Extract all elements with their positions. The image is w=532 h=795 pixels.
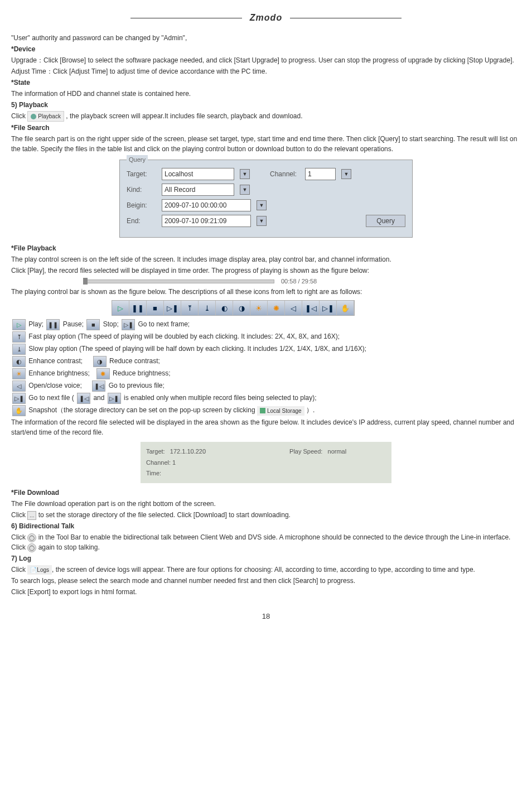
- target-select[interactable]: Localhost: [162, 168, 234, 180]
- next-frame-icon[interactable]: ▷❚: [164, 301, 181, 315]
- playback-click-line: Click Playback , the playback screen wil…: [11, 111, 521, 122]
- slow-play-icon[interactable]: ⤓: [199, 301, 216, 315]
- local-storage-chip[interactable]: Local Storage: [257, 406, 304, 416]
- snapshot-icon-inline: ✋: [12, 405, 26, 416]
- slow-play-icon-inline: ⤓: [12, 344, 26, 355]
- device-adjust-text: Adjust Time：Click [Adjust Time] to adjus…: [11, 66, 521, 76]
- channel-label: Channel:: [270, 169, 301, 179]
- user-auth-text: "User" authority and password can be cha…: [11, 33, 521, 43]
- end-label: End:: [127, 216, 157, 226]
- reduce-brightness-icon-inline: ✺: [96, 368, 110, 379]
- target-dropdown-arrow[interactable]: ▼: [240, 169, 250, 179]
- pause-icon-inline: ❚❚: [46, 319, 60, 330]
- query-panel: Query Target: Localhost▼ Channel: 1▼ Kin…: [119, 160, 413, 238]
- playback-button-chip[interactable]: Playback: [27, 111, 64, 122]
- query-button[interactable]: Query: [366, 215, 405, 227]
- log-p2: To search logs, please select the search…: [11, 576, 521, 586]
- bidir-heading: 6) Bidirectional Talk: [11, 521, 521, 531]
- prev-file-icon-inline: ❚◁: [92, 380, 105, 392]
- begin-label: Beigin:: [127, 200, 157, 210]
- next-frame-icon-inline: ▷❚: [122, 319, 135, 330]
- next-file-small-icon: ▷❚: [108, 393, 121, 404]
- playback-heading: 5) Playback: [11, 100, 521, 110]
- kind-dropdown-arrow[interactable]: ▼: [240, 185, 250, 195]
- file-playback-p1: The play control screen is on the left s…: [11, 254, 521, 264]
- begin-input[interactable]: 2009-07-10 00:00:00: [162, 199, 251, 211]
- enhance-brightness-icon[interactable]: ☀: [250, 301, 268, 315]
- kind-select[interactable]: All Record: [162, 184, 234, 196]
- fast-play-icon-inline: ⤒: [12, 331, 26, 343]
- file-search-heading: *File Search: [11, 123, 521, 133]
- state-heading: *State: [11, 78, 521, 88]
- prev-file-small-icon: ❚◁: [77, 393, 90, 404]
- snapshot-icon[interactable]: ✋: [337, 301, 354, 315]
- record-info-text: The information of the record file selec…: [11, 417, 521, 437]
- stop-icon-inline: ■: [86, 319, 100, 330]
- timecode: 00:58 / 29:58: [281, 277, 317, 286]
- channel-select[interactable]: 1: [305, 168, 336, 180]
- enhance-contrast-icon[interactable]: ◐: [216, 301, 233, 315]
- play-icon-inline: ▷: [12, 319, 26, 330]
- kind-label: Kind:: [127, 185, 157, 195]
- channel-dropdown-arrow[interactable]: ▼: [341, 169, 351, 179]
- query-legend: Query: [127, 155, 148, 165]
- begin-dropdown-arrow[interactable]: ▼: [257, 200, 267, 210]
- talk-stop-icon[interactable]: ◯: [27, 543, 36, 552]
- enhance-contrast-icon-inline: ◐: [12, 356, 26, 367]
- play-icon[interactable]: ▷: [112, 301, 129, 315]
- file-playback-p2: Click [Play], the record files selected …: [11, 266, 521, 286]
- next-file-icon-inline: ▷❚: [12, 393, 26, 404]
- reduce-contrast-icon[interactable]: ◑: [233, 301, 250, 315]
- control-bar: ▷ ❚❚ ■ ▷❚ ⤒ ⤓ ◐ ◑ ☀ ✺ ◁ ❚◁ ▷❚ ✋: [112, 300, 355, 316]
- device-upgrade-text: Upgrade：Click [Browse] to select the sof…: [11, 55, 521, 65]
- end-input[interactable]: 2009-07-10 09:21:09: [162, 215, 251, 227]
- file-playback-p3: The playing control bar is shown as the …: [11, 287, 521, 297]
- file-playback-heading: *File Playback: [11, 243, 521, 253]
- fast-play-icon[interactable]: ⤒: [181, 301, 199, 315]
- progress-figure: 00:58 / 29:58: [84, 277, 317, 286]
- page-number: 18: [11, 611, 521, 622]
- reduce-contrast-icon-inline: ◑: [93, 356, 107, 367]
- target-label: Target:: [127, 169, 157, 179]
- device-heading: *Device: [11, 44, 521, 54]
- header-logo: Zmodo: [11, 11, 521, 25]
- logo-text: Zmodo: [250, 13, 282, 22]
- reduce-brightness-icon[interactable]: ✺: [268, 301, 285, 315]
- voice-icon-inline: ◁: [12, 380, 26, 392]
- file-search-body: The file search part is on the right upp…: [11, 134, 521, 154]
- end-dropdown-arrow[interactable]: ▼: [257, 216, 267, 226]
- file-download-heading: *File Download: [11, 488, 521, 498]
- log-heading: 7) Log: [11, 553, 521, 563]
- file-download-p1: The File download operation part is on t…: [11, 499, 521, 509]
- progress-slider[interactable]: [84, 280, 274, 283]
- enhance-brightness-icon-inline: ☀: [12, 368, 26, 379]
- talk-icon[interactable]: ◯: [27, 533, 36, 542]
- log-p3: Click [Export] to export logs in html fo…: [11, 587, 521, 597]
- pause-icon[interactable]: ❚❚: [129, 301, 147, 315]
- state-info-text: The information of HDD and channel state…: [11, 89, 521, 99]
- folder-icon[interactable]: …: [27, 511, 36, 520]
- prev-file-icon[interactable]: ❚◁: [302, 301, 320, 315]
- file-info-panel: Target: 172.1.10.220 Play Speed: normal …: [141, 442, 391, 483]
- voice-icon[interactable]: ◁: [285, 301, 302, 315]
- stop-icon[interactable]: ■: [147, 301, 164, 315]
- logs-chip[interactable]: 📄 Logs: [27, 565, 52, 575]
- next-file-icon[interactable]: ▷❚: [320, 301, 337, 315]
